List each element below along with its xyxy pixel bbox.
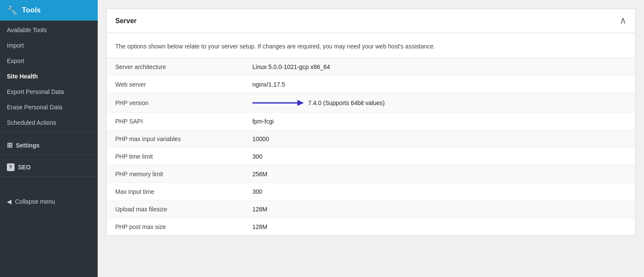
sidebar-header: 🔧 Tools — [0, 0, 98, 21]
server-section-card: Server ∧ The options shown below relate … — [106, 9, 635, 236]
row-label: PHP memory limit — [107, 166, 244, 183]
table-row: PHP SAPIfpm-fcgi — [107, 113, 635, 130]
sidebar-item-label: Erase Personal Data — [7, 104, 62, 111]
collapse-section-button[interactable]: ∧ — [620, 16, 626, 26]
server-info-table: Server architectureLinux 5.0.0-1021-gcp … — [107, 58, 635, 235]
sidebar-divider-3 — [0, 176, 98, 177]
table-row: PHP version7.4.0 (Supports 64bit values) — [107, 93, 635, 113]
sidebar-collapse-label: Collapse menu — [15, 198, 55, 205]
table-row: Web servernginx/1.17.5 — [107, 76, 635, 93]
sidebar-item-export-personal-data[interactable]: Export Personal Data — [0, 84, 98, 99]
row-label: Max input time — [107, 183, 244, 201]
table-row: PHP post max size128M — [107, 218, 635, 236]
table-row: Max input time300 — [107, 183, 635, 201]
row-value: fpm-fcgi — [244, 113, 635, 130]
chevron-up-icon: ∧ — [620, 15, 626, 26]
table-row: PHP time limit300 — [107, 148, 635, 166]
row-label: Web server — [107, 76, 244, 93]
row-label: PHP version — [107, 93, 244, 113]
row-value: 256M — [244, 166, 635, 183]
table-row: Server architectureLinux 5.0.0-1021-gcp … — [107, 58, 635, 76]
server-section-title: Server — [115, 17, 137, 25]
row-value: nginx/1.17.5 — [244, 76, 635, 93]
sidebar-divider — [0, 132, 98, 132]
server-section-description: The options shown below relate to your s… — [107, 33, 635, 58]
row-value: 10000 — [244, 130, 635, 148]
row-value: 128M — [244, 218, 635, 236]
sidebar-item-scheduled-actions[interactable]: Scheduled Actions — [0, 115, 98, 130]
row-value: Linux 5.0.0-1021-gcp x86_64 — [244, 58, 635, 76]
row-label: PHP time limit — [107, 148, 244, 166]
sidebar-divider-2 — [0, 154, 98, 155]
sidebar-item-import[interactable]: Import — [0, 38, 98, 53]
seo-icon: Y — [7, 163, 15, 171]
server-section-header: Server ∧ — [107, 9, 635, 33]
row-label: Server architecture — [107, 58, 244, 76]
sidebar-item-label: Export Personal Data — [7, 88, 64, 95]
row-value: 7.4.0 (Supports 64bit values) — [244, 93, 635, 113]
sidebar-item-label: Export — [7, 57, 24, 64]
sidebar-item-export[interactable]: Export — [0, 53, 98, 69]
arrow-annotation — [252, 99, 304, 107]
sidebar-item-erase-personal-data[interactable]: Erase Personal Data — [0, 99, 98, 115]
sidebar-nav: Available Tools Import Export Site Healt… — [0, 21, 98, 277]
table-row: Upload max filesize128M — [107, 201, 635, 218]
table-row: PHP memory limit256M — [107, 166, 635, 183]
main-content: Server ∧ The options shown below relate … — [98, 0, 644, 277]
sidebar-item-available-tools[interactable]: Available Tools — [0, 22, 98, 38]
sidebar-item-site-health[interactable]: Site Health — [0, 69, 98, 84]
sidebar-item-seo[interactable]: Y SEO — [0, 157, 98, 175]
tools-icon: 🔧 — [7, 5, 18, 15]
row-value: 300 — [244, 183, 635, 201]
row-label: PHP post max size — [107, 218, 244, 236]
collapse-icon: ◀ — [7, 198, 12, 205]
row-value: 128M — [244, 201, 635, 218]
row-label: Upload max filesize — [107, 201, 244, 218]
sidebar-item-label: Available Tools — [7, 27, 47, 33]
row-label: PHP SAPI — [107, 113, 244, 130]
sidebar-item-label: Site Health — [7, 73, 38, 80]
sidebar-item-settings[interactable]: ⊞ Settings — [0, 134, 98, 153]
sidebar-seo-label: SEO — [18, 164, 31, 171]
row-label: PHP max input variables — [107, 130, 244, 148]
sidebar-item-collapse-menu[interactable]: ◀ Collapse menu — [0, 194, 98, 209]
sidebar-item-label: Import — [7, 42, 24, 49]
svg-marker-1 — [297, 100, 304, 106]
sidebar: 🔧 Tools Available Tools Import Export Si… — [0, 0, 98, 277]
table-row: PHP max input variables10000 — [107, 130, 635, 148]
row-value: 300 — [244, 148, 635, 166]
sidebar-item-label: Scheduled Actions — [7, 119, 56, 126]
sidebar-settings-label: Settings — [16, 142, 39, 149]
sidebar-header-title: Tools — [22, 6, 41, 15]
settings-icon: ⊞ — [7, 141, 12, 149]
